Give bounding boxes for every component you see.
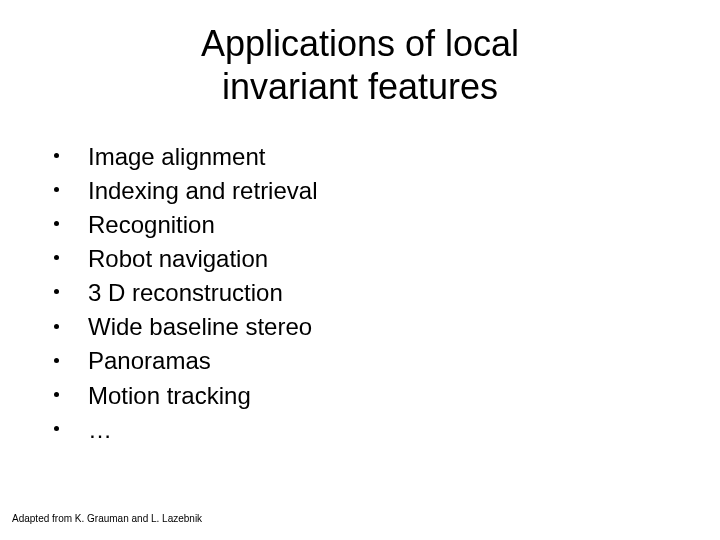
list-item: Recognition <box>48 208 317 242</box>
list-item: Motion tracking <box>48 379 317 413</box>
list-item-text: Panoramas <box>88 344 211 378</box>
slide: Applications of local invariant features… <box>0 0 720 540</box>
list-item-text: Recognition <box>88 208 215 242</box>
list-item: Wide baseline stereo <box>48 310 317 344</box>
title-line-1: Applications of local <box>201 23 519 64</box>
bullet-icon <box>48 242 88 276</box>
credit-text: Adapted from K. Grauman and L. Lazebnik <box>12 513 202 524</box>
bullet-icon <box>48 310 88 344</box>
bullet-icon <box>48 413 88 447</box>
slide-body: Image alignment Indexing and retrieval R… <box>48 140 317 447</box>
list-item-text: Motion tracking <box>88 379 251 413</box>
list-item: … <box>48 413 317 447</box>
bullet-icon <box>48 276 88 310</box>
bullet-icon <box>48 344 88 378</box>
list-item: Robot navigation <box>48 242 317 276</box>
bullet-icon <box>48 140 88 174</box>
bullet-icon <box>48 174 88 208</box>
title-line-2: invariant features <box>222 66 498 107</box>
list-item: Indexing and retrieval <box>48 174 317 208</box>
list-item-text: Image alignment <box>88 140 265 174</box>
list-item: Panoramas <box>48 344 317 378</box>
list-item-text: Wide baseline stereo <box>88 310 312 344</box>
list-item-text: … <box>88 413 112 447</box>
list-item-text: 3 D reconstruction <box>88 276 283 310</box>
bullet-icon <box>48 208 88 242</box>
bullet-icon <box>48 379 88 413</box>
slide-title: Applications of local invariant features <box>0 0 720 108</box>
list-item: 3 D reconstruction <box>48 276 317 310</box>
list-item-text: Indexing and retrieval <box>88 174 317 208</box>
list-item-text: Robot navigation <box>88 242 268 276</box>
bullet-list: Image alignment Indexing and retrieval R… <box>48 140 317 447</box>
list-item: Image alignment <box>48 140 317 174</box>
